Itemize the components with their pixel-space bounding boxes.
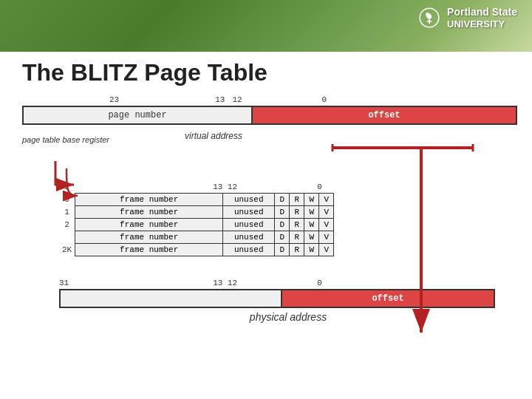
row-unused: unused xyxy=(223,194,275,206)
va-numbers: 23 13 12 0 xyxy=(22,95,517,104)
pt-numbers-row: 31 13 12 0 xyxy=(59,183,517,191)
row-index xyxy=(59,231,75,244)
row-unused: unused xyxy=(223,219,275,231)
row-bit-r: R xyxy=(290,244,304,256)
pa-num-1312: 13 12 xyxy=(213,279,237,287)
row-bit-w: W xyxy=(304,244,319,256)
row-bit-d: D xyxy=(275,244,290,256)
row-bit-w: W xyxy=(304,219,319,231)
row-frame: frame number xyxy=(75,206,223,219)
row-bit-v: V xyxy=(319,244,334,256)
pa-boxes: offset xyxy=(59,289,495,308)
va-page-number-cell: page number xyxy=(24,107,253,123)
pt-num-1312: 13 12 xyxy=(213,183,237,191)
table-row: 2frame numberunusedDRWV xyxy=(59,219,334,231)
pt-num-0: 0 xyxy=(317,183,322,191)
va-num-0: 0 xyxy=(322,95,327,104)
row-frame: frame number xyxy=(75,219,223,231)
row-bit-v: V xyxy=(319,206,334,219)
row-unused: unused xyxy=(223,244,275,256)
logo-area: Portland State UNIVERSITY xyxy=(417,6,517,30)
row-index: 2K xyxy=(59,244,75,256)
table-row: frame numberunusedDRWV xyxy=(59,231,334,244)
pa-num-0: 0 xyxy=(317,279,322,287)
row-bit-r: R xyxy=(290,194,304,206)
row-bit-r: R xyxy=(290,231,304,244)
row-bit-w: W xyxy=(304,206,319,219)
logo-text: Portland State UNIVERSITY xyxy=(447,6,517,30)
page-table-container: 31 13 12 0 0frame numberunusedDRWV1frame… xyxy=(22,183,517,256)
row-bit-v: V xyxy=(319,194,334,206)
pa-numbers: 31 13 12 0 xyxy=(59,279,517,287)
row-bit-v: V xyxy=(319,231,334,244)
physical-address-label: physical address xyxy=(59,311,517,323)
row-bit-d: D xyxy=(275,194,290,206)
ptbr-label: page table base register xyxy=(22,135,109,144)
main-content: The BLITZ Page Table 23 13 12 0 page num… xyxy=(22,59,517,392)
row-bit-w: W xyxy=(304,231,319,244)
row-bit-r: R xyxy=(290,206,304,219)
row-bit-v: V xyxy=(319,219,334,231)
va-num-23: 23 xyxy=(109,95,119,104)
row-frame: frame number xyxy=(75,244,223,256)
row-unused: unused xyxy=(223,231,275,244)
va-offset-cell: offset xyxy=(253,107,516,123)
pa-num-31: 31 xyxy=(59,279,69,287)
row-index: 0 xyxy=(59,194,75,206)
row-index: 1 xyxy=(59,206,75,219)
row-frame: frame number xyxy=(75,194,223,206)
page-table: 0frame numberunusedDRWV1frame numberunus… xyxy=(59,193,334,256)
row-frame: frame number xyxy=(75,231,223,244)
table-row: 1frame numberunusedDRWV xyxy=(59,206,334,219)
row-unused: unused xyxy=(223,206,275,219)
page-title: The BLITZ Page Table xyxy=(22,59,517,86)
row-bit-r: R xyxy=(290,219,304,231)
row-bit-d: D xyxy=(275,206,290,219)
va-num-12: 12 xyxy=(232,95,242,104)
row-index: 2 xyxy=(59,219,75,231)
row-bit-d: D xyxy=(275,231,290,244)
row-bit-w: W xyxy=(304,194,319,206)
table-row: 2Kframe numberunusedDRWV xyxy=(59,244,334,256)
virtual-address-row: 23 13 12 0 page number offset xyxy=(22,95,517,125)
pa-frame-cell xyxy=(61,290,282,307)
psu-logo-icon xyxy=(417,6,441,30)
pa-offset-cell: offset xyxy=(282,290,494,307)
va-num-13: 13 xyxy=(215,95,225,104)
physical-address-row: 31 13 12 0 offset physical address xyxy=(22,279,517,323)
row-bit-d: D xyxy=(275,219,290,231)
table-row: 0frame numberunusedDRWV xyxy=(59,194,334,206)
pt-num-31: 31 xyxy=(59,183,69,191)
virtual-address-label: virtual address xyxy=(185,131,242,141)
va-boxes: page number offset xyxy=(22,106,517,125)
